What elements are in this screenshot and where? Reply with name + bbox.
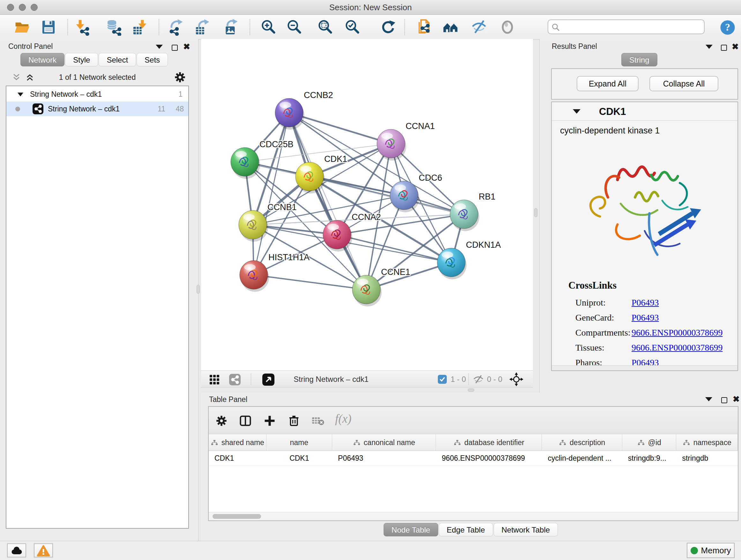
panel-close-icon[interactable]: ✖ — [183, 44, 190, 50]
cloud-status-button[interactable] — [7, 543, 26, 557]
crosslink-link[interactable]: P06493 — [631, 313, 659, 323]
panel-close-icon[interactable]: ✖ — [733, 396, 740, 402]
hide-selected-button[interactable] — [470, 18, 488, 36]
import-database-icon — [105, 18, 122, 36]
show-all-button[interactable] — [499, 18, 516, 36]
table-row[interactable]: CDK1CDK1P064939606.ENSP00000378699cyclin… — [209, 451, 738, 465]
table-options-gear-icon[interactable] — [216, 415, 227, 427]
network-node-CCNA1[interactable]: CCNA1 — [377, 121, 435, 161]
tab-string[interactable]: String — [621, 53, 657, 66]
table-cell[interactable]: stringdb:9... — [622, 451, 677, 465]
network-home-button[interactable] — [442, 18, 459, 36]
splitter-handle[interactable] — [534, 208, 537, 217]
accordion-expander-icon[interactable] — [573, 109, 581, 114]
crosslink-link[interactable]: P06493 — [631, 298, 659, 308]
column-header-@id[interactable]: @id — [622, 434, 677, 451]
table-cell[interactable]: stringdb — [676, 451, 738, 465]
network-node-CDC25B[interactable]: CDC25B — [231, 139, 293, 179]
crosslink-row: Compartments:9606.ENSP00000378699 — [576, 325, 729, 340]
expand-all-button[interactable]: Expand All — [577, 76, 638, 91]
column-header-database-identifier[interactable]: database identifier — [436, 434, 542, 451]
export-table-button[interactable] — [193, 18, 211, 36]
column-header-canonical-name[interactable]: canonical name — [332, 434, 436, 451]
search-input[interactable] — [548, 19, 704, 34]
tab-node-table[interactable]: Node Table — [384, 523, 438, 537]
column-header-name[interactable]: name — [266, 434, 333, 451]
tab-edge-table[interactable]: Edge Table — [439, 523, 493, 537]
panel-menu-icon[interactable] — [705, 45, 713, 49]
help-button[interactable]: ? — [719, 18, 736, 36]
tab-network-table[interactable]: Network Table — [494, 523, 558, 537]
zoom-fit-content-button[interactable] — [316, 18, 333, 36]
panel-float-icon[interactable] — [721, 397, 727, 403]
warnings-button[interactable] — [34, 543, 53, 557]
crosslink-label: Uniprot: — [576, 298, 631, 308]
table-cell[interactable]: CDK1 — [266, 451, 332, 465]
tab-network[interactable]: Network — [20, 53, 64, 66]
collapse-all-button[interactable]: Collapse All — [650, 76, 718, 91]
show-columns-icon[interactable] — [239, 415, 252, 427]
delete-column-trash-icon[interactable] — [288, 415, 300, 427]
warning-icon — [36, 544, 51, 557]
panel-close-icon[interactable]: ✖ — [732, 44, 739, 50]
fit-selected-crosshair-icon[interactable] — [509, 372, 523, 386]
column-sort-icon — [454, 440, 461, 446]
panel-float-icon[interactable] — [172, 45, 178, 51]
network-row[interactable]: String Network – cdk1 11 48 — [6, 102, 188, 116]
panel-float-icon[interactable] — [721, 45, 727, 51]
zoom-selected-region-button[interactable] — [343, 18, 360, 36]
network-collection-row[interactable]: String Network – cdk1 1 — [6, 87, 188, 102]
table-cell[interactable]: cyclin-dependent ... — [542, 451, 622, 465]
results-scrollbar-track[interactable] — [552, 365, 738, 370]
tab-sets[interactable]: Sets — [137, 53, 168, 66]
export-image-button[interactable] — [222, 18, 239, 36]
column-header-namespace[interactable]: namespace — [676, 434, 738, 451]
zoom-in-button[interactable] — [259, 18, 277, 36]
protein-name: CDK1 — [599, 106, 626, 118]
memory-button[interactable]: Memory — [687, 543, 735, 558]
export-network-button[interactable] — [167, 18, 185, 36]
collection-expander-icon[interactable] — [17, 92, 23, 97]
crosslink-link[interactable]: 9606.ENSP00000378699 — [631, 327, 723, 338]
tab-select[interactable]: Select — [98, 53, 136, 66]
network-node-CDKN1A[interactable]: CDKN1A — [437, 240, 501, 279]
protein-accordion-header[interactable]: CDK1 — [552, 102, 738, 121]
node-label: CDC25B — [259, 139, 293, 149]
network-node-HIST1H1A[interactable]: HIST1H1A — [240, 253, 310, 292]
panel-menu-icon[interactable] — [156, 45, 163, 49]
open-session-button[interactable] — [14, 18, 31, 36]
splitter-handle[interactable] — [197, 285, 200, 294]
panel-menu-icon[interactable] — [705, 397, 712, 401]
table-hscrollbar-track[interactable] — [209, 512, 738, 520]
crosslink-row: GeneCard:P06493 — [576, 310, 729, 325]
network-options-gear-icon[interactable] — [174, 71, 186, 83]
network-edge — [289, 113, 391, 144]
column-header-shared-name[interactable]: shared name — [209, 434, 266, 451]
apply-preferred-layout-button[interactable] — [380, 18, 397, 36]
import-table-from-file-button[interactable] — [131, 18, 148, 36]
create-column-plus-icon[interactable] — [264, 415, 276, 427]
network-node-CCNE1[interactable]: CCNE1 — [352, 267, 410, 307]
zoom-out-button[interactable] — [285, 18, 302, 36]
import-network-from-file-button[interactable] — [74, 18, 91, 36]
open-view-in-window-icon[interactable] — [262, 374, 274, 386]
column-header-description[interactable]: description — [542, 434, 622, 451]
tab-style[interactable]: Style — [65, 53, 98, 66]
import-network-from-db-button[interactable] — [105, 18, 122, 36]
table-cell[interactable]: CDK1 — [209, 451, 266, 465]
table-hscrollbar-thumb[interactable] — [212, 514, 261, 519]
selected-checkbox-icon[interactable] — [438, 375, 447, 384]
table-cell[interactable]: P06493 — [332, 451, 436, 465]
network-canvas[interactable]: CCNB2CCNA1CDC25BCDK1CDC6RB1CCNB1CCNA2CDK… — [201, 39, 533, 370]
string-protein-query-button[interactable] — [415, 18, 432, 36]
save-session-button[interactable] — [40, 18, 57, 36]
network-birdseye-icon[interactable] — [229, 374, 241, 385]
grid-view-icon[interactable] — [209, 374, 219, 385]
network-node-RB1[interactable]: RB1 — [450, 192, 495, 231]
splitter-handle[interactable] — [468, 388, 474, 392]
control-panel-title: Control Panel — [8, 42, 53, 51]
node-table: f(x) shared namenamecanonical namedataba… — [208, 406, 738, 521]
crosslink-link[interactable]: 9606.ENSP00000378699 — [631, 343, 723, 353]
table-cell[interactable]: 9606.ENSP00000378699 — [436, 451, 542, 465]
node-label: CDK1 — [324, 154, 347, 164]
